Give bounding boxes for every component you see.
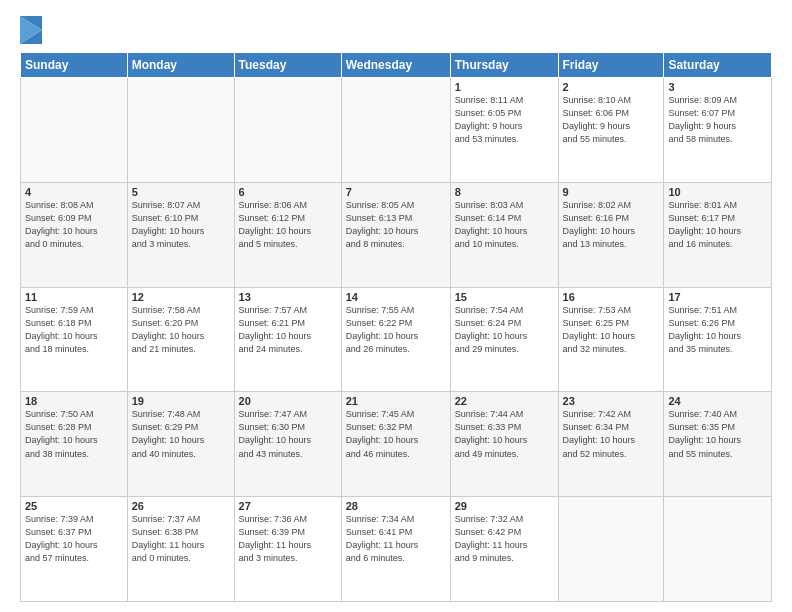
day-info: Sunrise: 7:50 AM Sunset: 6:28 PM Dayligh… [25,408,123,460]
calendar-cell [127,78,234,183]
day-info: Sunrise: 7:39 AM Sunset: 6:37 PM Dayligh… [25,513,123,565]
day-info: Sunrise: 8:10 AM Sunset: 6:06 PM Dayligh… [563,94,660,146]
day-info: Sunrise: 7:42 AM Sunset: 6:34 PM Dayligh… [563,408,660,460]
day-number: 24 [668,395,767,407]
day-info: Sunrise: 7:45 AM Sunset: 6:32 PM Dayligh… [346,408,446,460]
day-number: 29 [455,500,554,512]
day-number: 6 [239,186,337,198]
calendar-cell: 20Sunrise: 7:47 AM Sunset: 6:30 PM Dayli… [234,392,341,497]
day-info: Sunrise: 8:07 AM Sunset: 6:10 PM Dayligh… [132,199,230,251]
day-header-friday: Friday [558,53,664,78]
day-header-tuesday: Tuesday [234,53,341,78]
calendar-cell: 29Sunrise: 7:32 AM Sunset: 6:42 PM Dayli… [450,497,558,602]
calendar-cell: 18Sunrise: 7:50 AM Sunset: 6:28 PM Dayli… [21,392,128,497]
header [20,16,772,44]
calendar-cell: 4Sunrise: 8:08 AM Sunset: 6:09 PM Daylig… [21,182,128,287]
calendar-week-row: 1Sunrise: 8:11 AM Sunset: 6:05 PM Daylig… [21,78,772,183]
calendar-cell: 14Sunrise: 7:55 AM Sunset: 6:22 PM Dayli… [341,287,450,392]
day-number: 17 [668,291,767,303]
calendar-cell: 25Sunrise: 7:39 AM Sunset: 6:37 PM Dayli… [21,497,128,602]
day-header-wednesday: Wednesday [341,53,450,78]
day-number: 26 [132,500,230,512]
calendar-cell: 2Sunrise: 8:10 AM Sunset: 6:06 PM Daylig… [558,78,664,183]
day-number: 28 [346,500,446,512]
day-number: 4 [25,186,123,198]
day-info: Sunrise: 7:47 AM Sunset: 6:30 PM Dayligh… [239,408,337,460]
calendar-cell: 21Sunrise: 7:45 AM Sunset: 6:32 PM Dayli… [341,392,450,497]
day-info: Sunrise: 7:54 AM Sunset: 6:24 PM Dayligh… [455,304,554,356]
calendar-cell: 17Sunrise: 7:51 AM Sunset: 6:26 PM Dayli… [664,287,772,392]
logo-icon [20,16,42,44]
day-info: Sunrise: 7:51 AM Sunset: 6:26 PM Dayligh… [668,304,767,356]
page: SundayMondayTuesdayWednesdayThursdayFrid… [0,0,792,612]
day-info: Sunrise: 7:44 AM Sunset: 6:33 PM Dayligh… [455,408,554,460]
day-header-saturday: Saturday [664,53,772,78]
calendar-cell: 11Sunrise: 7:59 AM Sunset: 6:18 PM Dayli… [21,287,128,392]
day-number: 22 [455,395,554,407]
day-number: 8 [455,186,554,198]
calendar-cell: 6Sunrise: 8:06 AM Sunset: 6:12 PM Daylig… [234,182,341,287]
calendar-cell: 16Sunrise: 7:53 AM Sunset: 6:25 PM Dayli… [558,287,664,392]
day-number: 2 [563,81,660,93]
logo [20,16,44,44]
day-info: Sunrise: 7:34 AM Sunset: 6:41 PM Dayligh… [346,513,446,565]
calendar-cell: 10Sunrise: 8:01 AM Sunset: 6:17 PM Dayli… [664,182,772,287]
day-number: 23 [563,395,660,407]
day-number: 12 [132,291,230,303]
calendar-cell: 15Sunrise: 7:54 AM Sunset: 6:24 PM Dayli… [450,287,558,392]
day-info: Sunrise: 8:05 AM Sunset: 6:13 PM Dayligh… [346,199,446,251]
calendar-header-row: SundayMondayTuesdayWednesdayThursdayFrid… [21,53,772,78]
day-info: Sunrise: 7:58 AM Sunset: 6:20 PM Dayligh… [132,304,230,356]
day-number: 27 [239,500,337,512]
day-info: Sunrise: 8:01 AM Sunset: 6:17 PM Dayligh… [668,199,767,251]
calendar-table: SundayMondayTuesdayWednesdayThursdayFrid… [20,52,772,602]
calendar-cell: 5Sunrise: 8:07 AM Sunset: 6:10 PM Daylig… [127,182,234,287]
day-number: 14 [346,291,446,303]
day-info: Sunrise: 8:09 AM Sunset: 6:07 PM Dayligh… [668,94,767,146]
day-header-sunday: Sunday [21,53,128,78]
calendar-week-row: 11Sunrise: 7:59 AM Sunset: 6:18 PM Dayli… [21,287,772,392]
day-number: 9 [563,186,660,198]
calendar-cell [558,497,664,602]
day-number: 15 [455,291,554,303]
calendar-week-row: 25Sunrise: 7:39 AM Sunset: 6:37 PM Dayli… [21,497,772,602]
calendar-cell: 26Sunrise: 7:37 AM Sunset: 6:38 PM Dayli… [127,497,234,602]
day-number: 1 [455,81,554,93]
day-number: 13 [239,291,337,303]
calendar-cell: 1Sunrise: 8:11 AM Sunset: 6:05 PM Daylig… [450,78,558,183]
day-header-thursday: Thursday [450,53,558,78]
calendar-cell: 7Sunrise: 8:05 AM Sunset: 6:13 PM Daylig… [341,182,450,287]
day-info: Sunrise: 7:53 AM Sunset: 6:25 PM Dayligh… [563,304,660,356]
day-info: Sunrise: 7:59 AM Sunset: 6:18 PM Dayligh… [25,304,123,356]
day-number: 11 [25,291,123,303]
calendar-cell: 27Sunrise: 7:36 AM Sunset: 6:39 PM Dayli… [234,497,341,602]
calendar-cell: 8Sunrise: 8:03 AM Sunset: 6:14 PM Daylig… [450,182,558,287]
day-info: Sunrise: 7:48 AM Sunset: 6:29 PM Dayligh… [132,408,230,460]
calendar-week-row: 18Sunrise: 7:50 AM Sunset: 6:28 PM Dayli… [21,392,772,497]
calendar-cell: 12Sunrise: 7:58 AM Sunset: 6:20 PM Dayli… [127,287,234,392]
day-number: 25 [25,500,123,512]
day-header-monday: Monday [127,53,234,78]
day-number: 20 [239,395,337,407]
day-info: Sunrise: 7:32 AM Sunset: 6:42 PM Dayligh… [455,513,554,565]
calendar-cell [234,78,341,183]
day-number: 16 [563,291,660,303]
calendar-cell [341,78,450,183]
day-info: Sunrise: 7:55 AM Sunset: 6:22 PM Dayligh… [346,304,446,356]
day-info: Sunrise: 8:11 AM Sunset: 6:05 PM Dayligh… [455,94,554,146]
calendar-cell: 23Sunrise: 7:42 AM Sunset: 6:34 PM Dayli… [558,392,664,497]
calendar-cell [664,497,772,602]
day-info: Sunrise: 8:03 AM Sunset: 6:14 PM Dayligh… [455,199,554,251]
day-number: 19 [132,395,230,407]
calendar-cell [21,78,128,183]
calendar-cell: 24Sunrise: 7:40 AM Sunset: 6:35 PM Dayli… [664,392,772,497]
day-number: 3 [668,81,767,93]
day-info: Sunrise: 7:57 AM Sunset: 6:21 PM Dayligh… [239,304,337,356]
day-number: 18 [25,395,123,407]
day-info: Sunrise: 8:06 AM Sunset: 6:12 PM Dayligh… [239,199,337,251]
day-info: Sunrise: 8:02 AM Sunset: 6:16 PM Dayligh… [563,199,660,251]
calendar-cell: 13Sunrise: 7:57 AM Sunset: 6:21 PM Dayli… [234,287,341,392]
calendar-cell: 22Sunrise: 7:44 AM Sunset: 6:33 PM Dayli… [450,392,558,497]
day-info: Sunrise: 7:40 AM Sunset: 6:35 PM Dayligh… [668,408,767,460]
calendar-cell: 3Sunrise: 8:09 AM Sunset: 6:07 PM Daylig… [664,78,772,183]
